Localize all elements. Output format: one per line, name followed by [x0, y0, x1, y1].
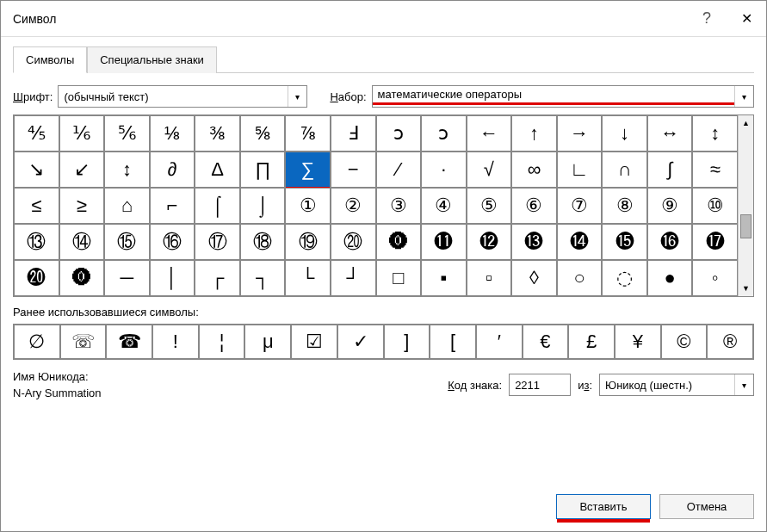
recent-symbol-cell[interactable]: ✓	[337, 325, 384, 359]
subset-select[interactable]: математические операторы ▾	[372, 85, 754, 108]
symbol-cell[interactable]: □	[376, 260, 422, 296]
symbol-cell[interactable]: ○	[557, 260, 603, 296]
symbol-cell[interactable]: ⅘	[14, 115, 59, 152]
tab-symbols[interactable]: Символы	[13, 46, 87, 73]
symbol-cell[interactable]: ↄ	[376, 115, 422, 152]
symbol-cell[interactable]: ∕	[376, 152, 422, 188]
from-select[interactable]: Юникод (шестн.) ▾	[599, 374, 754, 396]
symbol-cell[interactable]: ●	[647, 260, 693, 296]
symbol-cell[interactable]: √	[467, 152, 512, 188]
symbol-cell[interactable]: ↓	[602, 115, 647, 152]
symbol-cell[interactable]: ↘	[14, 152, 59, 188]
recent-symbol-cell[interactable]: €	[523, 325, 569, 359]
symbol-cell[interactable]: ↑	[511, 115, 557, 152]
symbol-cell[interactable]: ↔	[647, 115, 693, 152]
symbol-cell[interactable]: ⌠	[195, 188, 240, 224]
symbol-cell[interactable]: ⌂	[104, 188, 150, 224]
symbol-cell[interactable]: ⑤	[467, 188, 512, 224]
scroll-thumb[interactable]	[740, 214, 752, 238]
symbol-cell[interactable]: ↕	[104, 152, 150, 188]
scrollbar[interactable]: ▲ ▼	[738, 115, 753, 296]
symbol-cell[interactable]: ◌	[602, 260, 647, 296]
symbol-cell[interactable]: ∞	[511, 152, 557, 188]
symbol-cell[interactable]: ◦	[692, 260, 738, 296]
cancel-button[interactable]: Отмена	[659, 494, 754, 519]
symbol-cell[interactable]: ⑭	[59, 224, 105, 260]
symbol-cell[interactable]: ┐	[240, 260, 286, 296]
symbol-cell[interactable]: ∙	[421, 152, 467, 188]
symbol-cell[interactable]: ②	[331, 188, 376, 224]
symbol-cell[interactable]: ⅝	[240, 115, 286, 152]
symbol-cell[interactable]: ∂	[150, 152, 195, 188]
symbol-cell[interactable]: ⓴	[14, 260, 59, 296]
symbol-cell[interactable]: ⌐	[150, 188, 195, 224]
symbol-cell[interactable]: ⑥	[511, 188, 557, 224]
tab-special[interactable]: Специальные знаки	[87, 46, 217, 73]
symbol-cell[interactable]: ⓿	[59, 260, 105, 296]
symbol-cell[interactable]: −	[331, 152, 376, 188]
symbol-cell[interactable]: ⅙	[59, 115, 105, 152]
symbol-cell[interactable]: ↕	[692, 115, 738, 152]
recent-symbol-cell[interactable]: ′	[476, 325, 523, 359]
chevron-down-icon[interactable]: ▾	[288, 86, 306, 107]
symbol-cell[interactable]: ∩	[602, 152, 647, 188]
symbol-cell[interactable]: ③	[376, 188, 422, 224]
code-input[interactable]	[509, 374, 571, 396]
recent-symbol-cell[interactable]: ©	[661, 325, 708, 359]
symbol-cell[interactable]: ⅞	[285, 115, 331, 152]
recent-symbol-cell[interactable]: ☎	[106, 325, 152, 359]
symbol-cell[interactable]: ⑧	[602, 188, 647, 224]
symbol-cell[interactable]: ◊	[511, 260, 557, 296]
recent-symbol-cell[interactable]: ☏	[60, 325, 107, 359]
symbol-cell[interactable]: ┘	[331, 260, 376, 296]
symbol-cell[interactable]: ≤	[14, 188, 59, 224]
symbol-cell[interactable]: ≈	[692, 152, 738, 188]
symbol-cell[interactable]: ⑩	[692, 188, 738, 224]
symbol-cell[interactable]: ∟	[557, 152, 603, 188]
symbol-cell[interactable]: Δ	[195, 152, 240, 188]
font-select[interactable]: (обычный текст) ▾	[58, 85, 307, 108]
symbol-cell[interactable]: →	[557, 115, 603, 152]
symbol-cell[interactable]: ⑳	[331, 224, 376, 260]
symbol-cell[interactable]: │	[150, 260, 195, 296]
chevron-down-icon[interactable]: ▾	[734, 374, 753, 395]
help-button[interactable]: ?	[687, 1, 727, 37]
chevron-down-icon[interactable]: ▾	[734, 86, 753, 107]
symbol-cell[interactable]: ↙	[59, 152, 105, 188]
recent-symbol-cell[interactable]: [	[430, 325, 476, 359]
symbol-cell[interactable]: ⓮	[557, 224, 603, 260]
recent-symbol-cell[interactable]: ∅	[14, 325, 60, 359]
recent-symbol-cell[interactable]: ¥	[615, 325, 661, 359]
symbol-cell[interactable]: ⅚	[104, 115, 150, 152]
symbol-cell[interactable]: ④	[421, 188, 467, 224]
symbol-cell[interactable]: ≥	[59, 188, 105, 224]
symbol-cell[interactable]: ▪	[421, 260, 467, 296]
symbol-cell[interactable]: ▫	[467, 260, 512, 296]
symbol-cell[interactable]: ⓬	[467, 224, 512, 260]
symbol-cell[interactable]: ⓱	[692, 224, 738, 260]
symbol-cell[interactable]: ⑰	[195, 224, 240, 260]
symbol-cell[interactable]: ↄ	[421, 115, 467, 152]
symbol-cell[interactable]: ⌡	[240, 188, 286, 224]
recent-symbol-cell[interactable]: ¦	[199, 325, 245, 359]
symbol-cell[interactable]: ⓫	[421, 224, 467, 260]
symbol-cell[interactable]: ⓭	[511, 224, 557, 260]
symbol-cell[interactable]: ⑱	[240, 224, 286, 260]
recent-symbol-cell[interactable]: £	[568, 325, 615, 359]
symbol-cell[interactable]: ⓿	[376, 224, 422, 260]
symbol-cell[interactable]: ⑯	[150, 224, 195, 260]
symbol-cell[interactable]: ⑲	[285, 224, 331, 260]
recent-symbol-cell[interactable]: !	[152, 325, 199, 359]
scroll-up-icon[interactable]: ▲	[739, 115, 753, 131]
close-button[interactable]: ✕	[727, 1, 766, 37]
symbol-cell[interactable]: ⑦	[557, 188, 603, 224]
recent-symbol-cell[interactable]: μ	[244, 325, 291, 359]
symbol-cell[interactable]: ∫	[647, 152, 693, 188]
recent-symbol-cell[interactable]: ®	[707, 325, 753, 359]
symbol-cell[interactable]: ⅛	[150, 115, 195, 152]
symbol-cell[interactable]: ⑮	[104, 224, 150, 260]
symbol-cell[interactable]: ∏	[240, 152, 286, 188]
symbol-cell[interactable]: ─	[104, 260, 150, 296]
scroll-down-icon[interactable]: ▼	[739, 281, 753, 296]
symbol-cell[interactable]: ⓰	[647, 224, 693, 260]
